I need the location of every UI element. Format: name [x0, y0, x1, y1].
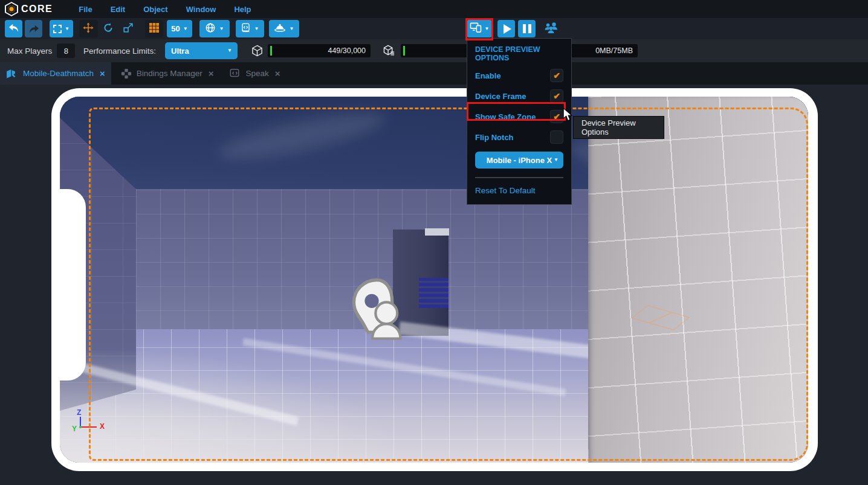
toolbar: ▼ 50 ▼ ▼ ▼ ▼ [0, 18, 868, 39]
script-dropdown-button[interactable]: ▼ [236, 20, 264, 37]
chevron-down-icon: ▼ [254, 27, 259, 31]
axis-z-line [80, 417, 81, 426]
menu-items: File Edit Object Window Help [70, 5, 260, 14]
rotate-icon [103, 22, 114, 36]
core-logo-text: CORE [21, 4, 53, 14]
pause-icon [523, 24, 531, 33]
chevron-down-icon: ▼ [289, 27, 294, 31]
speak-script-icon [229, 68, 241, 79]
device-frame-checkbox[interactable]: ✔ [550, 89, 563, 103]
rotate-tool-button[interactable] [99, 20, 118, 37]
tab-speak[interactable]: Speak × [223, 62, 286, 85]
tab-label: Mobile-Deathmatch [23, 69, 94, 78]
undo-icon [8, 23, 19, 35]
networked-count-icon [383, 45, 395, 59]
menu-bar: CORE File Edit Object Window Help [0, 0, 868, 18]
chevron-down-icon: ▼ [554, 158, 559, 162]
performance-limits-value: Ultra [171, 47, 189, 56]
multiplayer-icon [544, 22, 559, 36]
flip-notch-checkbox[interactable] [550, 130, 563, 144]
script-icon [241, 22, 251, 36]
redo-icon [28, 24, 39, 34]
chevron-down-icon: ▼ [65, 27, 70, 31]
axis-origin-dot [79, 426, 82, 428]
device-notch [60, 189, 86, 381]
menu-item-enable[interactable]: Enable ✔ [467, 65, 571, 86]
grid-icon [149, 23, 159, 35]
reset-to-default-button[interactable]: Reset To Default [467, 178, 571, 203]
grid-snap-button[interactable] [145, 20, 163, 37]
close-icon[interactable]: × [100, 68, 105, 79]
performance-limits-label: Performance Limits: [83, 47, 156, 56]
menu-help[interactable]: Help [225, 5, 260, 14]
tab-label: Bindings Manager [137, 69, 202, 78]
close-icon[interactable]: × [209, 68, 214, 79]
bell-icon [274, 23, 286, 35]
primitive-count-icon [251, 45, 263, 59]
multiplayer-preview-button[interactable] [544, 22, 559, 36]
primitive-budget-meter: 449/30,000 [268, 44, 371, 57]
play-button[interactable] [497, 20, 515, 37]
scale-icon [123, 22, 134, 36]
undo-button[interactable] [5, 20, 22, 37]
menu-window[interactable]: Window [177, 5, 225, 14]
check-icon: ✔ [553, 71, 560, 80]
tab-label: Speak [245, 69, 268, 78]
pause-button[interactable] [518, 20, 536, 37]
max-players-label: Max Players [7, 47, 52, 56]
core-logo: CORE [5, 2, 53, 16]
menu-title: DEVICE PREVIEW OPTIONS [467, 39, 571, 65]
device-preview-options-menu: DEVICE PREVIEW OPTIONS Enable ✔ Device F… [467, 38, 572, 205]
settings-bar: Max Players 8 Performance Limits: Ultra … [0, 39, 868, 62]
project-icon [6, 69, 18, 79]
tab-mobile-deathmatch[interactable]: Mobile-Deathmatch × [0, 62, 111, 85]
globe-icon [205, 22, 216, 36]
annotation-box-show-safe-zone [467, 102, 566, 121]
primitive-budget-value: 449/30,000 [328, 47, 366, 55]
menu-edit[interactable]: Edit [102, 5, 135, 14]
select-mode-button[interactable]: ▼ [50, 20, 73, 37]
menu-file[interactable]: File [70, 5, 101, 14]
play-icon [504, 24, 511, 34]
menu-object[interactable]: Object [134, 5, 177, 14]
close-icon[interactable]: × [275, 68, 280, 79]
memory-budget-value: 0MB/75MB [595, 47, 633, 55]
axis-z-label: Z [77, 408, 81, 417]
check-icon: ✔ [553, 91, 560, 101]
annotation-box-device-button [465, 18, 493, 40]
bindings-icon [121, 68, 132, 79]
max-players-input[interactable]: 8 [57, 43, 75, 58]
performance-limits-select[interactable]: Ultra ▼ [165, 42, 238, 59]
tab-bar: Mobile-Deathmatch × Bindings Manager × S… [0, 62, 868, 85]
audio-dropdown-button[interactable]: ▼ [269, 20, 299, 37]
mouse-cursor [562, 108, 574, 124]
chevron-down-icon: ▼ [183, 27, 188, 31]
menu-item-flip-notch[interactable]: Flip Notch [467, 127, 571, 147]
device-model-value: Mobile - iPhone X [487, 156, 552, 165]
move-tool-button[interactable] [79, 20, 98, 37]
chevron-down-icon: ▼ [227, 48, 232, 53]
snap-size-select[interactable]: 50 ▼ [167, 20, 192, 37]
move-icon [83, 22, 94, 36]
marquee-select-icon [53, 25, 62, 33]
axis-y-label: Y [72, 425, 77, 433]
device-model-select[interactable]: Mobile - iPhone X ▼ [475, 152, 563, 169]
core-logo-icon [5, 2, 18, 16]
tooltip: Device Preview Options [573, 116, 664, 139]
snap-size-value: 50 [171, 24, 180, 33]
terrain-dropdown-button[interactable]: ▼ [199, 20, 230, 37]
enable-checkbox[interactable]: ✔ [550, 69, 563, 82]
redo-button[interactable] [25, 20, 42, 37]
tab-bindings-manager[interactable]: Bindings Manager × [115, 62, 220, 85]
chevron-down-icon: ▼ [219, 27, 224, 31]
scale-tool-button[interactable] [119, 20, 138, 37]
safe-zone-outline [89, 108, 808, 461]
3d-viewport[interactable]: Z X Y [0, 85, 868, 485]
